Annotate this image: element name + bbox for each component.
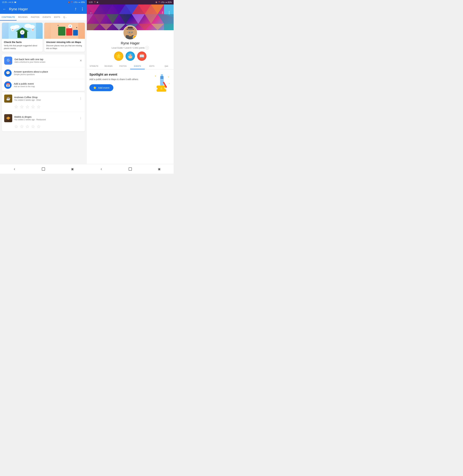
events-content: Spotlight an event Add a public event to…: [87, 70, 174, 164]
star-3-wafels[interactable]: ☆: [25, 124, 29, 129]
time-left: 12:25: [2, 1, 7, 3]
svg-rect-68: [160, 78, 163, 79]
tab-edits-right[interactable]: EDITS: [145, 63, 159, 69]
nav-home-icon-left: [42, 167, 45, 171]
tab-photos-right[interactable]: PHOTOS: [116, 63, 130, 69]
back-button-left[interactable]: [2, 7, 7, 11]
nav-back-left[interactable]: ‹: [10, 166, 19, 172]
nav-home-left[interactable]: [39, 166, 48, 172]
place-row-andrews: ☕ Andrews Coffee Shop You visited 2 week…: [2, 92, 85, 112]
svg-rect-57: [128, 29, 133, 29]
wafels-meta: You visited 2 weeks ago · Restaurant: [14, 118, 77, 121]
add-event-star-icon: ⭐: [93, 86, 97, 89]
answer-questions-row[interactable]: 💬 Answer questions about a place Simple …: [2, 67, 85, 79]
star-5-wafels[interactable]: ☆: [37, 124, 41, 129]
status-bar-left: 12:25 ♫ ✉ 31 ☎ 🔇 📍 LTE+ ▪▪▪ 85%: [0, 0, 87, 5]
signal-icon: ▪▪▪: [79, 1, 80, 3]
add-public-event-row[interactable]: 📅 Add a public event Add an event to the…: [2, 79, 85, 91]
svg-point-61: [131, 32, 132, 33]
tab-reviews-left[interactable]: REVIEWS: [17, 14, 29, 21]
star-1-andrews[interactable]: ☆: [14, 104, 18, 109]
tab-qa-left[interactable]: Q…: [62, 14, 69, 21]
tab-events-right[interactable]: EVENTS: [130, 63, 145, 69]
more-button-right[interactable]: ⋮: [167, 11, 171, 15]
profile-details-button[interactable]: ›: [145, 46, 149, 50]
spotlight-desc: Add a public event to Maps & share it wi…: [89, 78, 144, 81]
star-4-wafels[interactable]: ☆: [31, 124, 35, 129]
profile-avatar-container: ⭐: [123, 25, 137, 40]
svg-point-70: [156, 88, 158, 90]
add-event-button[interactable]: ⭐ Add event: [89, 84, 113, 91]
screen-icon: 🖥: [97, 1, 98, 3]
star-1-wafels[interactable]: ☆: [14, 124, 18, 129]
share-button-left[interactable]: ⤴: [73, 7, 78, 11]
uncover-missing-card[interactable]: + ✦ ✦ Uncover missing info on Maps Disco…: [44, 23, 85, 52]
wafels-more-button[interactable]: ⋮: [79, 116, 83, 120]
event-illustration: ⭐ ✦ ✦ ✦: [153, 73, 171, 94]
check-facts-desc: Verify info that people suggested about …: [4, 44, 41, 50]
nav-back-right[interactable]: ‹: [97, 166, 106, 172]
more-icon: ⋮: [80, 7, 84, 11]
calendar-event-icon: 📅: [6, 83, 10, 87]
places-section: ☕ Andrews Coffee Shop You visited 2 week…: [2, 92, 85, 131]
tab-contribute-left[interactable]: CONTRIBUTE: [0, 14, 17, 21]
badge-star[interactable]: ⭐: [114, 52, 123, 61]
nav-bar-right: ‹ ▣: [87, 164, 174, 174]
add-event-icon: 📅: [4, 81, 12, 89]
info-cards-row: ✓ 📍 ⏰ Check the facts Verify info that p…: [0, 21, 87, 53]
back-arrow-icon: [3, 7, 6, 11]
battery-right: 81%: [168, 1, 172, 3]
tab-edits-left[interactable]: EDITS: [53, 14, 62, 21]
svg-rect-67: [160, 77, 163, 77]
home-screen-row[interactable]: G 📍 Get back here with one tap Add a sho…: [2, 54, 85, 67]
tabs-left: CONTRIBUTE REVIEWS PHOTOS EVENTS EDITS Q…: [0, 14, 87, 21]
lte-icon-right: LTE+: [161, 1, 165, 3]
tab-qa-right[interactable]: Q&A: [159, 63, 174, 69]
check-facts-card[interactable]: ✓ 📍 ⏰ Check the facts Verify info that p…: [2, 23, 43, 52]
home-screen-icon-container: G 📍: [4, 57, 12, 65]
nav-recents-right[interactable]: ▣: [154, 166, 164, 172]
place-row-wafels: 🧇 Wafels & dinges You visited 2 weeks ag…: [2, 112, 85, 131]
left-panel: 12:25 ♫ ✉ 31 ☎ 🔇 📍 LTE+ ▪▪▪ 85% Ryne Hag…: [0, 0, 87, 174]
tab-reviews-right[interactable]: REVIEWS: [101, 63, 116, 69]
star-5-andrews[interactable]: ☆: [37, 104, 41, 109]
tab-contribute-right[interactable]: NTRIBUTE: [87, 63, 101, 69]
badge-book[interactable]: 📖: [137, 52, 146, 61]
uncover-svg: + ✦ ✦: [44, 23, 85, 39]
nav-home-right[interactable]: [125, 166, 135, 172]
andrews-more-button[interactable]: ⋮: [79, 97, 83, 100]
uncover-desc: Discover places near you that are missin…: [46, 44, 83, 50]
nav-recents-left[interactable]: ▣: [68, 166, 77, 172]
svg-text:📍: 📍: [9, 62, 11, 64]
nav-recent-icon-right: ▣: [158, 167, 160, 171]
level-star: ⭐: [134, 36, 136, 39]
uncover-title: Uncover missing info on Maps: [46, 41, 83, 44]
more-button-left[interactable]: ⋮: [80, 7, 85, 11]
badge-birthday[interactable]: 🎂: [125, 52, 135, 61]
lte-icon: LTE+: [74, 1, 78, 3]
svg-rect-15: [58, 27, 65, 36]
spotlight-text-area: Spotlight an event Add a public event to…: [89, 73, 153, 91]
status-bar-right: 1:23 📍 🖥 🔇 📍 LTE+ ▪▪▪ 81%: [87, 0, 174, 5]
star-4-andrews[interactable]: ☆: [31, 104, 35, 109]
spotlight-title: Spotlight an event: [89, 73, 153, 76]
spotify-icon: ♫: [7, 1, 9, 3]
more-icon-right: ⋮: [167, 11, 171, 15]
andrews-stars: ☆ ☆ ☆ ☆ ☆: [14, 104, 83, 109]
back-button-right[interactable]: ←: [89, 11, 94, 15]
tab-photos-left[interactable]: PHOTOS: [29, 14, 41, 21]
svg-text:✦: ✦: [169, 83, 170, 84]
star-3-andrews[interactable]: ☆: [25, 104, 29, 109]
share-button-right[interactable]: ⤴: [160, 11, 165, 15]
svg-text:⏰: ⏰: [32, 29, 34, 31]
star-2-andrews[interactable]: ☆: [20, 104, 24, 109]
add-event-text: Add a public event Add an event to the m…: [14, 82, 83, 88]
place-header-andrews: ☕ Andrews Coffee Shop You visited 2 week…: [4, 95, 83, 103]
tab-events-left[interactable]: EVENTS: [41, 14, 53, 21]
answer-questions-title: Answer questions about a place: [14, 70, 83, 73]
home-screen-close[interactable]: ✕: [79, 59, 83, 63]
location-icon: 📍: [71, 1, 73, 3]
status-time-right: 1:23 📍 🖥: [89, 1, 98, 3]
star-2-wafels[interactable]: ☆: [20, 124, 24, 129]
google-maps-icon: G 📍: [4, 57, 12, 65]
